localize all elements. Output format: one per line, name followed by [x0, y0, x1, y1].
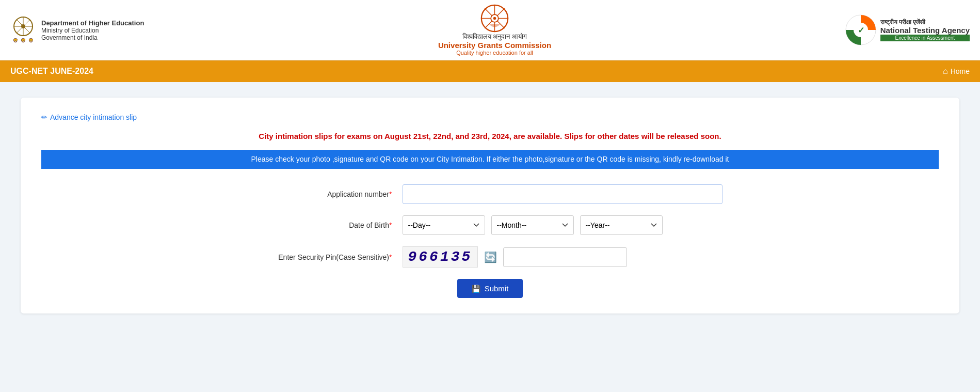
ugc-logo-icon	[480, 4, 509, 33]
home-icon: ⌂	[943, 67, 948, 76]
security-pin-input[interactable]	[503, 247, 627, 267]
save-icon: 💾	[472, 285, 480, 293]
required-star: *	[389, 190, 392, 198]
security-label: Enter Security Pin(Case Sensitive)*	[258, 253, 403, 261]
govt-name: Government of India	[41, 34, 144, 41]
app-number-row: Application number*	[258, 184, 722, 204]
nta-logo-icon: ✓	[845, 14, 876, 45]
nta-english-text: National Testing Agency	[880, 26, 970, 35]
ugc-hindi-text: विश्वविद्यालय अनुदान आयोग	[438, 33, 551, 41]
security-inputs: 966135 🔄	[403, 246, 628, 268]
home-link[interactable]: ⌂ Home	[943, 67, 970, 76]
pencil-icon: ✏	[41, 113, 47, 121]
submit-row: 💾 Submit	[258, 279, 722, 298]
ugc-text-block: विश्वविद्यालय अनुदान आयोग University Gra…	[438, 33, 551, 56]
ugc-english-text: University Grants Commission	[438, 41, 551, 50]
dept-name: Department of Higher Education	[41, 19, 144, 27]
ministry-name: Ministry of Education	[41, 27, 144, 34]
svg-text:🦁: 🦁	[28, 38, 34, 43]
svg-line-16	[485, 8, 492, 15]
submit-button[interactable]: 💾 Submit	[457, 279, 523, 298]
notice-blue: Please check your photo ,signature and Q…	[41, 150, 939, 169]
nta-logo: ✓ राष्ट्रीय परीक्षा एजेंसी National Test…	[845, 14, 970, 45]
month-select[interactable]: --Month-- January February March April M…	[491, 215, 574, 235]
svg-line-18	[497, 8, 505, 15]
captcha-display: 966135	[403, 246, 478, 268]
page-header: 🦁 🦁 🦁 Department of Higher Education Min…	[0, 0, 980, 60]
ugc-tagline-text: Quality higher education for all	[438, 50, 551, 56]
nta-block: ✓ राष्ट्रीय परीक्षा एजेंसी National Test…	[845, 14, 970, 45]
security-row: Enter Security Pin(Case Sensitive)* 9661…	[258, 246, 722, 268]
nta-tagline-text: Excellence in Assessment	[880, 35, 970, 41]
svg-text:🦁: 🦁	[21, 38, 26, 43]
card: ✏ Advance city intimation slip City inti…	[21, 98, 959, 313]
nta-text-block: राष्ट्रीय परीक्षा एजेंसी National Testin…	[880, 19, 970, 41]
day-select[interactable]: --Day-- for(let i=1;i<=31;i++){ document…	[403, 215, 485, 235]
application-number-input[interactable]	[403, 184, 722, 204]
refresh-captcha-icon[interactable]: 🔄	[484, 251, 497, 263]
svg-point-11	[493, 17, 496, 20]
navbar: UGC-NET JUNE-2024 ⌂ Home	[0, 60, 980, 82]
form-section: Application number* Date of Birth* --Day…	[258, 184, 722, 298]
ugc-block: विश्वविद्यालय अनुदान आयोग University Gra…	[438, 4, 551, 56]
year-select[interactable]: --Year-- for(let y=2010;y>=1950;y--){ do…	[580, 215, 663, 235]
home-label: Home	[951, 67, 970, 75]
dob-row: Date of Birth* --Day-- for(let i=1;i<=31…	[258, 215, 722, 235]
required-star-dob: *	[389, 221, 392, 229]
dob-label: Date of Birth*	[258, 221, 403, 229]
main-content: ✏ Advance city intimation slip City inti…	[0, 82, 980, 329]
ashoka-emblem-icon: 🦁 🦁 🦁	[10, 16, 36, 44]
required-star-security: *	[389, 253, 392, 261]
breadcrumb-link[interactable]: ✏ Advance city intimation slip	[41, 113, 939, 121]
submit-label: Submit	[485, 284, 509, 293]
svg-text:✓: ✓	[857, 26, 864, 35]
navbar-title: UGC-NET JUNE-2024	[10, 67, 93, 76]
dept-logo-block: 🦁 🦁 🦁 Department of Higher Education Min…	[10, 16, 144, 44]
svg-text:🦁: 🦁	[13, 38, 18, 43]
nta-hindi-text: राष्ट्रीय परीक्षा एजेंसी	[880, 19, 970, 26]
breadcrumb-label: Advance city intimation slip	[50, 113, 137, 121]
notice-red: City intimation slips for exams on Augus…	[41, 132, 939, 140]
app-number-label: Application number*	[258, 190, 403, 198]
dob-selects: --Day-- for(let i=1;i<=31;i++){ document…	[403, 215, 663, 235]
dept-text: Department of Higher Education Ministry …	[41, 19, 144, 41]
